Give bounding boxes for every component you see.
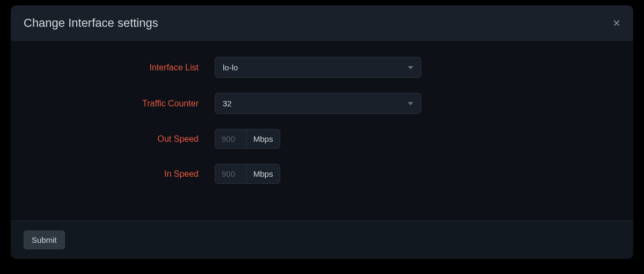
interface-list-select[interactable]: lo-lo xyxy=(215,57,421,78)
close-button[interactable]: × xyxy=(613,17,620,30)
out-speed-row: Out Speed Mbps xyxy=(32,129,612,149)
modal-title: Change Interface settings xyxy=(24,16,158,30)
modal-body: Interface List lo-lo Traffic Counter 32 … xyxy=(11,41,633,220)
out-speed-input[interactable] xyxy=(215,129,247,149)
interface-list-value: lo-lo xyxy=(223,63,238,72)
out-speed-unit: Mbps xyxy=(247,129,280,149)
in-speed-label: In Speed xyxy=(32,169,215,179)
interface-list-row: Interface List lo-lo xyxy=(32,57,612,78)
caret-down-icon xyxy=(408,66,413,69)
modal-header: Change Interface settings × xyxy=(11,5,633,41)
in-speed-unit: Mbps xyxy=(247,164,280,184)
traffic-counter-select[interactable]: 32 xyxy=(215,93,421,114)
traffic-counter-select-wrap: 32 xyxy=(215,93,421,114)
traffic-counter-row: Traffic Counter 32 xyxy=(32,93,612,114)
interface-list-label: Interface List xyxy=(32,63,215,73)
traffic-counter-label: Traffic Counter xyxy=(32,99,215,109)
caret-down-icon xyxy=(408,102,413,105)
in-speed-input[interactable] xyxy=(215,164,247,184)
traffic-counter-value: 32 xyxy=(223,99,232,108)
out-speed-label: Out Speed xyxy=(32,134,215,144)
out-speed-group: Mbps xyxy=(215,129,280,149)
submit-button[interactable]: Submit xyxy=(24,230,65,249)
in-speed-row: In Speed Mbps xyxy=(32,164,612,184)
interface-list-select-wrap: lo-lo xyxy=(215,57,421,78)
settings-modal: Change Interface settings × Interface Li… xyxy=(11,5,633,259)
modal-footer: Submit xyxy=(11,220,633,259)
close-icon: × xyxy=(613,16,620,30)
in-speed-group: Mbps xyxy=(215,164,280,184)
